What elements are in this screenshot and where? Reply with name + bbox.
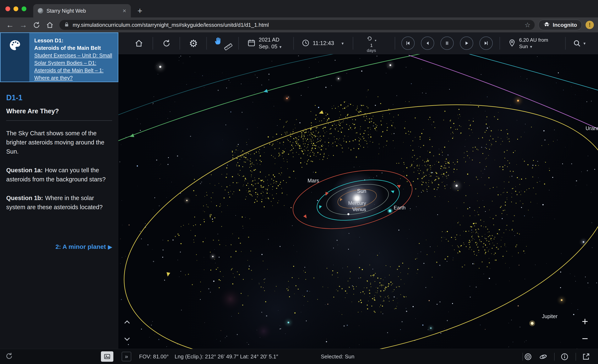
saturn-orbit-arc xyxy=(118,54,451,142)
url-bar[interactable]: my.simulationcurriculum.com/starrynight_… xyxy=(59,20,535,30)
zoom-window-button[interactable] xyxy=(22,7,26,11)
orbit-direction-arrow xyxy=(263,89,268,94)
lock-icon xyxy=(64,21,70,28)
next-lesson-label[interactable]: 2: A minor planet xyxy=(55,243,106,250)
zoom-out-button[interactable]: − xyxy=(582,333,588,344)
orbit-direction-arrow xyxy=(339,198,342,202)
venus-label[interactable]: Venus xyxy=(352,206,366,212)
profile-avatar[interactable]: ! xyxy=(586,21,594,29)
earth-orbit xyxy=(313,173,403,227)
question-1a-label: Question 1a: xyxy=(6,167,43,173)
coordinates-readout: Lng (Eclip.): 212° 26′ 49.7″ Lat: 24° 20… xyxy=(175,353,278,360)
app-window: Lesson D1: Asteroids of the Main Belt St… xyxy=(0,32,598,364)
measure-ruler-tool-button[interactable] xyxy=(223,36,233,57)
date-value: Sep. 05 xyxy=(259,43,277,50)
breadcrumb-link[interactable]: Where are they? xyxy=(34,74,112,81)
mars-orbit xyxy=(288,161,417,238)
back-button[interactable]: ← xyxy=(4,21,16,29)
zoom-in-button[interactable]: + xyxy=(582,316,588,327)
incognito-badge: Incognito xyxy=(538,20,582,30)
lesson-title: Where Are They? xyxy=(6,107,112,115)
skyguide-sidebar: Lesson D1: Asteroids of the Main Belt St… xyxy=(0,32,118,364)
pan-hand-tool-button[interactable] xyxy=(214,32,224,52)
orbit-mode-button[interactable] xyxy=(539,352,548,363)
time-value: 11:12:43 xyxy=(313,40,334,47)
orbit-direction-arrow xyxy=(303,214,308,219)
sidebar-footer xyxy=(0,349,118,364)
breadcrumb-link[interactable]: Solar System Bodies – D1: xyxy=(34,59,112,67)
time-step-control[interactable]: ▾ 1 days xyxy=(366,35,376,53)
location-line2: Sun xyxy=(519,44,528,49)
orbit-direction-arrow xyxy=(396,184,401,188)
refresh-guide-icon[interactable] xyxy=(5,352,13,361)
open-external-button[interactable] xyxy=(581,352,590,363)
pause-button[interactable] xyxy=(440,37,454,50)
bookmark-star-icon[interactable]: ☆ xyxy=(524,21,531,29)
jupiter-dot[interactable] xyxy=(531,322,534,325)
play-button[interactable] xyxy=(460,37,473,50)
breadcrumb-link[interactable]: Asteroids of the Main Belt – 1: xyxy=(34,67,112,74)
window-controls xyxy=(5,7,26,11)
question-1b: Question 1b:Where in the solar system ar… xyxy=(6,194,112,212)
time-caret-icon: ▾ xyxy=(341,41,344,46)
lesson-body: D1-1 Where Are They? The Sky Chart shows… xyxy=(0,82,118,349)
time-step-unit: days xyxy=(367,48,376,53)
tab-strip: Starry Night Web × + xyxy=(0,0,598,17)
earth-label[interactable]: Earth xyxy=(394,205,406,210)
url-text: my.simulationcurriculum.com/starrynight_… xyxy=(73,22,522,28)
settings-gear-icon[interactable]: ⚙ xyxy=(189,32,198,54)
info-button[interactable] xyxy=(560,352,569,363)
location-pin-icon xyxy=(508,39,516,48)
sun-label[interactable]: Sun xyxy=(357,188,366,194)
skip-to-end-button[interactable] xyxy=(479,37,493,50)
mercury-label[interactable]: Mercury xyxy=(348,200,366,206)
mars-label[interactable]: Mars xyxy=(307,178,319,183)
clock-icon xyxy=(301,39,310,48)
search-caret-icon: ▾ xyxy=(583,41,586,46)
jupiter-label[interactable]: Jupiter xyxy=(542,313,557,319)
expand-panel-button[interactable]: » xyxy=(122,352,131,361)
date-control[interactable]: 2021 AD Sep. 05▾ xyxy=(247,32,282,54)
location-caret-icon: ▾ xyxy=(530,44,532,49)
selected-object-readout: Selected: Sun xyxy=(321,353,354,360)
reload-button[interactable] xyxy=(31,21,42,29)
viewing-location-control[interactable]: 6.20 AU from Sun▾ xyxy=(508,32,548,54)
home-view-button[interactable] xyxy=(134,32,144,54)
skip-to-start-button[interactable] xyxy=(401,37,415,50)
home-button[interactable] xyxy=(44,21,56,29)
uranus-label[interactable]: Uranus xyxy=(586,125,598,131)
tab-favicon-icon xyxy=(38,8,43,14)
lesson-intro: The Sky Chart shows some of the brighter… xyxy=(6,129,112,156)
lesson-id: D1-1 xyxy=(6,93,112,102)
center-target-button[interactable] xyxy=(524,352,532,363)
refresh-view-button[interactable] xyxy=(162,32,171,54)
close-window-button[interactable] xyxy=(5,7,10,11)
incognito-spy-icon xyxy=(543,21,550,29)
sky-chart-area: ⚙ 2021 AD Sep. 05▾ xyxy=(118,32,598,364)
image-view-button[interactable] xyxy=(101,351,113,362)
uranus-orbit-arc xyxy=(409,55,598,129)
lesson-label-line2: Asteroids of the Main Belt xyxy=(34,44,112,52)
browser-tab[interactable]: Starry Night Web × xyxy=(33,4,131,17)
earth-dot[interactable] xyxy=(389,209,391,212)
question-1a: Question 1a:How can you tell the asteroi… xyxy=(6,166,112,184)
new-tab-button[interactable]: + xyxy=(137,7,142,15)
date-era: 2021 AD xyxy=(259,36,282,43)
status-bar: » FOV: 81.00° Lng (Eclip.): 212° 26′ 49.… xyxy=(118,349,598,364)
minimize-window-button[interactable] xyxy=(14,7,18,11)
lesson-header-card[interactable]: Lesson D1: Asteroids of the Main Belt St… xyxy=(0,32,118,82)
time-step-value: 1 xyxy=(370,43,373,48)
step-back-button[interactable] xyxy=(421,37,434,50)
search-button[interactable]: ▾ xyxy=(573,32,586,54)
date-caret-icon: ▾ xyxy=(280,45,282,49)
forward-button[interactable]: → xyxy=(17,21,29,29)
time-control[interactable]: 11:12:43 ▾ xyxy=(301,32,344,54)
next-lesson-link[interactable]: 2: A minor planet▶ xyxy=(6,243,112,250)
question-1b-label: Question 1b: xyxy=(6,195,43,201)
breadcrumb-link[interactable]: Student Exercises – Unit D: Small xyxy=(34,52,112,59)
venus-dot[interactable] xyxy=(347,213,349,215)
orbit-direction-arrow xyxy=(166,272,170,277)
tab-close-icon[interactable]: × xyxy=(123,8,126,14)
location-line1: 6.20 AU from xyxy=(519,37,548,43)
calendar-icon xyxy=(247,39,256,48)
